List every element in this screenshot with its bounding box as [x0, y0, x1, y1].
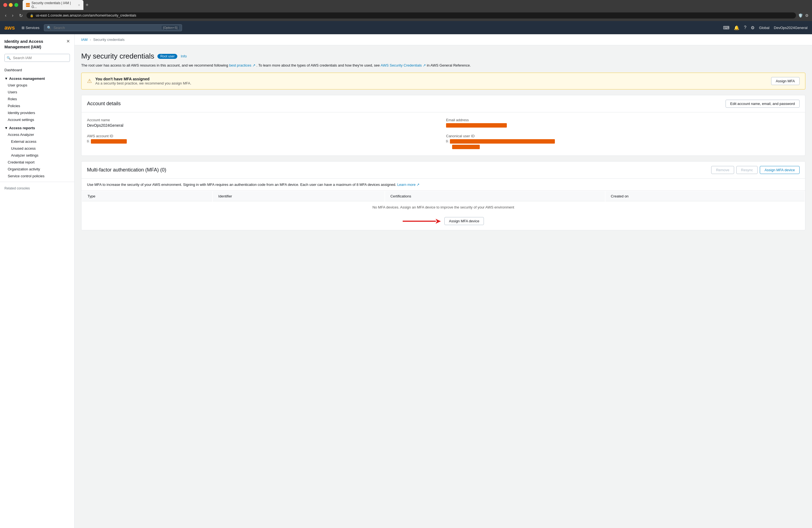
- email-address-field: Email address: [446, 118, 800, 128]
- browser-chrome: IAM Security credentials | IAM | G... ✕ …: [0, 0, 812, 21]
- grid-icon: ⊞: [21, 26, 25, 30]
- sidebar-item-roles[interactable]: Roles: [0, 96, 74, 102]
- services-button[interactable]: ⊞ Services: [21, 26, 40, 30]
- sidebar-item-user-groups[interactable]: User groups: [0, 82, 74, 89]
- mfa-empty-message: No MFA devices. Assign an MFA device to …: [82, 202, 804, 212]
- assign-mfa-device-table-button[interactable]: Assign MFA device: [445, 217, 484, 225]
- content-area: IAM › Security credentials My security c…: [75, 34, 812, 528]
- account-details-body: Account name DevOps2024General Email add…: [82, 113, 805, 156]
- sidebar-item-identity-providers[interactable]: Identity providers: [0, 109, 74, 116]
- sidebar-item-organization-activity[interactable]: Organization activity: [0, 166, 74, 173]
- notifications-button[interactable]: 🔔: [734, 25, 739, 30]
- active-browser-tab[interactable]: IAM Security credentials | IAM | G... ✕: [23, 0, 83, 10]
- breadcrumb-iam-link[interactable]: IAM: [81, 38, 88, 42]
- info-link[interactable]: Info: [180, 54, 187, 58]
- sidebar: Identity and AccessManagement (IAM) ✕ 🔍 …: [0, 34, 75, 528]
- search-shortcut: [Option+S]: [162, 26, 179, 30]
- aws-search-input[interactable]: [54, 26, 160, 30]
- sidebar-item-account-settings[interactable]: Account settings: [0, 116, 74, 123]
- breadcrumb: IAM › Security credentials: [75, 34, 812, 45]
- main-layout: Identity and AccessManagement (IAM) ✕ 🔍 …: [0, 34, 812, 528]
- sidebar-search-box: 🔍: [4, 54, 70, 62]
- sidebar-item-service-control-policies[interactable]: Service control policies: [0, 173, 74, 179]
- identity-providers-label: Identity providers: [8, 111, 35, 115]
- services-label: Services: [26, 26, 40, 30]
- sidebar-item-unused-access[interactable]: Unused access: [0, 145, 74, 152]
- mfa-section-header: Multi-factor authentication (MFA) (0) Re…: [82, 162, 805, 179]
- tab-title: Security credentials | IAM | G...: [31, 1, 75, 9]
- account-name-field: Account name DevOps2024General: [87, 118, 440, 128]
- mfa-buttons: Remove Resync Assign MFA device: [711, 166, 800, 174]
- mfa-no-devices-text: No MFA devices. Assign an MFA device to …: [88, 205, 799, 209]
- service-control-policies-label: Service control policies: [8, 174, 44, 178]
- access-analyzer-label: Access Analyzer: [8, 133, 34, 137]
- browser-tabs: IAM Security credentials | IAM | G... ✕ …: [23, 0, 809, 10]
- cloud-shell-icon-button[interactable]: ⌨: [723, 25, 729, 30]
- brave-shield-icon[interactable]: 🛡️: [798, 13, 803, 18]
- aws-account-id-field: AWS account ID ⎘: [87, 134, 440, 150]
- aws-security-credentials-link[interactable]: AWS Security Credentials ↗: [381, 63, 426, 68]
- account-details-header: Account details Edit account name, email…: [82, 95, 805, 113]
- minimize-traffic-light[interactable]: [9, 3, 13, 7]
- sidebar-item-credential-report[interactable]: Credential report: [0, 159, 74, 166]
- aws-account-id-value: ⎘: [87, 139, 440, 144]
- arrow-line: [403, 221, 436, 222]
- reload-button[interactable]: ↻: [17, 12, 24, 19]
- forward-button[interactable]: ›: [10, 12, 15, 18]
- sidebar-section-access-reports[interactable]: ▼ Access reports: [0, 123, 74, 131]
- desc-text-3: in AWS General Reference.: [427, 63, 470, 68]
- sidebar-search-input[interactable]: [4, 54, 70, 62]
- warning-text: You don't have MFA assigned As a securit…: [95, 77, 191, 85]
- sidebar-item-policies[interactable]: Policies: [0, 102, 74, 109]
- close-traffic-light[interactable]: [3, 3, 7, 7]
- sidebar-item-analyzer-settings[interactable]: Analyzer settings: [0, 152, 74, 159]
- canonical-user-id-field: Canonical user ID ⎘: [446, 134, 800, 150]
- arrow-head-icon: ➤: [435, 217, 441, 225]
- warning-title: You don't have MFA assigned: [95, 77, 191, 81]
- learn-more-link[interactable]: Learn more ↗: [397, 182, 420, 187]
- sidebar-item-access-analyzer[interactable]: Access Analyzer: [0, 131, 74, 138]
- settings-button[interactable]: ⚙: [751, 25, 755, 30]
- help-button[interactable]: ?: [744, 25, 746, 30]
- analyzer-settings-label: Analyzer settings: [11, 153, 39, 157]
- root-user-badge: Root user: [157, 54, 177, 59]
- warning-triangle-icon: ⚠: [87, 78, 92, 84]
- canonical-id-redacted-2: [452, 145, 480, 149]
- new-tab-button[interactable]: +: [85, 2, 90, 8]
- sidebar-item-users[interactable]: Users: [0, 89, 74, 96]
- back-button[interactable]: ‹: [3, 12, 8, 18]
- copy-account-id-icon[interactable]: ⎘: [87, 139, 89, 143]
- region-selector[interactable]: Global: [759, 26, 769, 30]
- edit-account-button[interactable]: Edit account name, email, and password: [726, 100, 800, 108]
- account-menu[interactable]: DevOps2024General: [774, 26, 808, 30]
- mfa-table-header-row: Type Identifier Certifications Created o…: [82, 191, 804, 201]
- extensions-icon[interactable]: ⚙: [805, 13, 809, 18]
- mfa-empty-row: No MFA devices. Assign an MFA device to …: [82, 202, 804, 212]
- sidebar-item-dashboard[interactable]: Dashboard: [0, 66, 74, 74]
- credential-report-label: Credential report: [8, 160, 34, 164]
- chevron-down-icon-reports: ▼: [4, 126, 8, 130]
- sidebar-related-consoles: Related consoles: [0, 184, 74, 191]
- lock-icon: 🔒: [30, 14, 34, 17]
- copy-canonical-id-icon[interactable]: ⎘: [446, 139, 448, 143]
- sidebar-close-button[interactable]: ✕: [66, 39, 70, 44]
- warning-subtitle: As a security best practice, we recommen…: [95, 81, 191, 85]
- address-bar[interactable]: 🔒 us-east-1.console.aws.amazon.com/iam/h…: [27, 12, 796, 18]
- col-identifier: Identifier: [213, 191, 384, 201]
- maximize-traffic-light[interactable]: [14, 3, 18, 7]
- arrow-annotation: ➤ Assign MFA device: [82, 213, 805, 230]
- unused-access-label: Unused access: [11, 146, 35, 150]
- assign-mfa-device-header-button[interactable]: Assign MFA device: [760, 166, 800, 174]
- page-content: My security credentials Root user Info T…: [75, 45, 812, 243]
- sidebar-section-access-management[interactable]: ▼ Access management: [0, 74, 74, 82]
- tab-close-button[interactable]: ✕: [78, 4, 80, 6]
- sidebar-title: Identity and AccessManagement (IAM): [4, 39, 43, 49]
- canonical-user-id-label: Canonical user ID: [446, 134, 800, 138]
- canonical-user-id-value: ⎘: [446, 139, 800, 150]
- dashboard-label: Dashboard: [4, 68, 22, 72]
- aws-search-bar[interactable]: 🔍 [Option+S]: [44, 24, 182, 31]
- best-practices-link[interactable]: best practices ↗: [229, 63, 256, 68]
- account-name-label: Account name: [87, 118, 440, 122]
- sidebar-item-external-access[interactable]: External access: [0, 138, 74, 145]
- assign-mfa-banner-button[interactable]: Assign MFA: [771, 77, 800, 85]
